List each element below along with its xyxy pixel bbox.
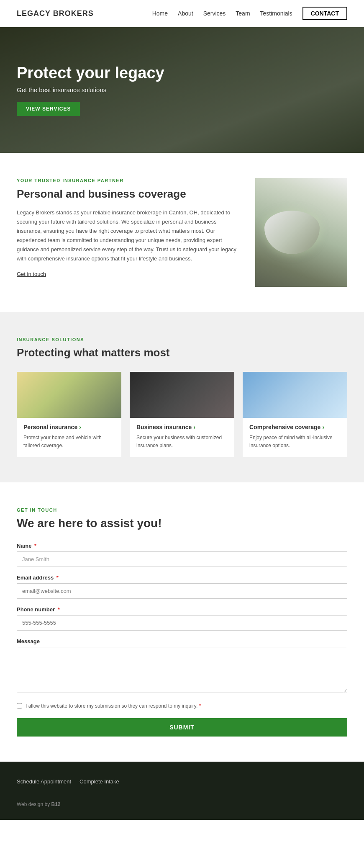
phone-input[interactable] [17,615,347,631]
arrow-icon-personal: › [79,424,81,430]
footer-b12-link[interactable]: B12 [51,801,61,807]
about-body: Legacy Brokers stands as your reliable i… [17,208,238,264]
submit-button[interactable]: SUBMIT [17,718,347,737]
services-section: INSURANCE SOLUTIONS Protecting what matt… [0,312,364,482]
hero-subheading: Get the best insurance solutions [17,86,164,93]
consent-required: * [199,703,201,709]
footer-credit: Web design by B12 [17,801,347,807]
about-label: YOUR TRUSTED INSURANCE PARTNER [17,178,238,183]
service-desc-comprehensive: Enjoy peace of mind with all-inclusive i… [249,434,341,450]
service-desc-business: Secure your business with customized ins… [136,434,228,450]
nav-contact-button[interactable]: CONTACT [302,7,347,20]
footer-links: Schedule Appointment Complete Intake [17,778,347,785]
service-title-personal: Personal insurance › [23,424,115,430]
message-field-group: Message [17,638,347,695]
consent-label: I allow this website to store my submiss… [26,702,201,710]
service-desc-personal: Protect your home and vehicle with tailo… [23,434,115,450]
about-heading: Personal and business coverage [17,187,238,201]
service-title-business: Business insurance › [136,424,228,430]
logo: LEGACY BROKERS [17,9,94,18]
message-input[interactable] [17,647,347,693]
services-label: INSURANCE SOLUTIONS [17,337,347,342]
services-grid: Personal insurance › Protect your home a… [17,372,347,457]
message-label: Message [17,638,347,644]
contact-heading: We are here to assist you! [17,517,347,530]
nav-links: Home About Services Team Testimonials CO… [152,7,347,20]
consent-row: I allow this website to store my submiss… [17,702,347,710]
services-heading: Protecting what matters most [17,346,347,359]
arrow-icon-comprehensive: › [322,424,324,430]
nav-testimonials[interactable]: Testimonials [260,10,292,17]
service-card-business[interactable]: Business insurance › Secure your busines… [130,372,234,457]
service-card-comprehensive[interactable]: Comprehensive coverage › Enjoy peace of … [243,372,347,457]
contact-section: GET IN TOUCH We are here to assist you! … [0,482,364,762]
nav-team[interactable]: Team [236,10,250,17]
footer-link-intake[interactable]: Complete Intake [79,778,119,785]
service-card-personal[interactable]: Personal insurance › Protect your home a… [17,372,121,457]
name-input[interactable] [17,551,347,567]
hero-cta-button[interactable]: VIEW SERVICES [17,102,80,116]
email-field-group: Email address * [17,574,347,599]
service-title-comprehensive: Comprehensive coverage › [249,424,341,430]
name-required: * [34,543,36,549]
about-section: YOUR TRUSTED INSURANCE PARTNER Personal … [0,153,364,312]
arrow-icon-business: › [193,424,195,430]
service-image-comprehensive [243,372,347,418]
phone-field-group: Phone number * [17,606,347,631]
phone-label: Phone number * [17,606,347,613]
about-text: YOUR TRUSTED INSURANCE PARTNER Personal … [17,178,238,278]
contact-form: Name * Email address * Phone number * Me… [17,543,347,737]
navbar: LEGACY BROKERS Home About Services Team … [0,0,364,27]
email-required: * [56,574,59,581]
phone-required: * [58,606,60,613]
service-image-business [130,372,234,418]
service-body-personal: Personal insurance › Protect your home a… [17,418,121,457]
contact-label: GET IN TOUCH [17,507,347,513]
about-link[interactable]: Get in touch [17,271,46,277]
name-field-group: Name * [17,543,347,567]
about-image [255,178,347,287]
nav-home[interactable]: Home [152,10,168,17]
service-image-personal [17,372,121,418]
hero-content: Protect your legacy Get the best insuran… [17,64,164,116]
hero-heading: Protect your legacy [17,64,164,82]
email-label: Email address * [17,574,347,581]
service-body-comprehensive: Comprehensive coverage › Enjoy peace of … [243,418,347,457]
email-input[interactable] [17,583,347,599]
name-label: Name * [17,543,347,549]
service-body-business: Business insurance › Secure your busines… [130,418,234,457]
footer: Schedule Appointment Complete Intake Web… [0,762,364,820]
nav-services[interactable]: Services [203,10,226,17]
consent-checkbox[interactable] [17,703,22,708]
nav-about[interactable]: About [178,10,193,17]
hero-section: Protect your legacy Get the best insuran… [0,27,364,153]
footer-link-schedule[interactable]: Schedule Appointment [17,778,71,785]
